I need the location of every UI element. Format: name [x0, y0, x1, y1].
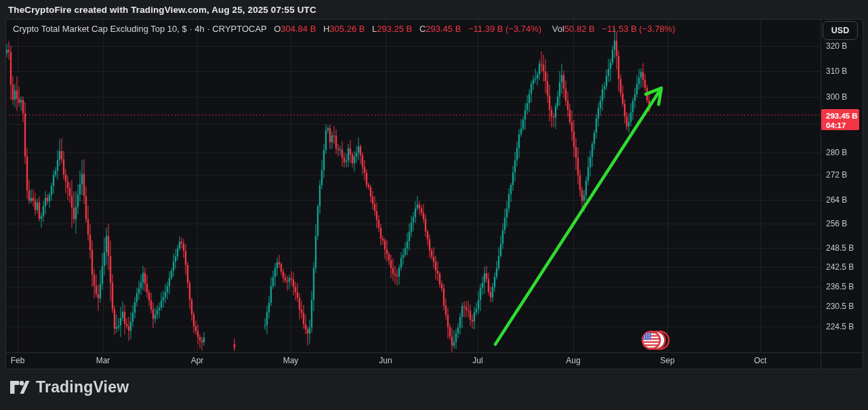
- legend-high-value: 305.26 B: [329, 24, 365, 34]
- price-tick-label: 280 B: [826, 148, 847, 157]
- time-tick-label: Feb: [11, 356, 25, 365]
- price-tick-label: 320 B: [826, 41, 847, 51]
- candlestick-chart[interactable]: [0, 0, 868, 410]
- attribution-bar: TheCryptoFire created with TradingView.c…: [0, 0, 868, 19]
- tradingview-logo[interactable]: TradingView: [9, 378, 129, 396]
- tradingview-screenshot: TheCryptoFire created with TradingView.c…: [0, 0, 868, 410]
- legend-open-label: O: [274, 24, 281, 34]
- price-tick-label: 230.5 B: [826, 302, 854, 311]
- price-tick-label: 242.5 B: [826, 262, 854, 272]
- price-tick-label: 272 B: [826, 170, 847, 180]
- us-flag-sticker[interactable]: [638, 329, 669, 352]
- time-tick-label: Jun: [379, 356, 392, 365]
- legend-low-value: 293.25 B: [377, 24, 412, 34]
- tradingview-logo-text: TradingView: [36, 378, 129, 396]
- time-tick-label: Aug: [566, 356, 580, 365]
- price-tick-label: 248.5 B: [826, 243, 854, 253]
- price-tick-label: 300 B: [826, 92, 847, 102]
- legend-title: Crypto Total Market Cap Excluding Top 10…: [13, 24, 267, 34]
- time-tick-label: Mar: [96, 356, 110, 365]
- legend-change-value: −11.39 B (−3.74%): [468, 24, 541, 34]
- time-tick-label: May: [283, 356, 299, 365]
- legend-close-label: C: [419, 24, 426, 34]
- price-axis[interactable]: 320 B310 B300 B280 B272 B264 B256 B248.5…: [821, 19, 863, 352]
- time-tick-label: Apr: [191, 356, 204, 365]
- legend-volume-change: −11.53 B (−3.78%): [602, 24, 675, 34]
- time-tick-label: Jul: [472, 356, 482, 365]
- legend-volume-label: Vol: [552, 24, 564, 34]
- legend-close-value: 293.45 B: [426, 24, 461, 34]
- tradingview-logo-icon: [9, 380, 30, 396]
- price-tick-label: 256 B: [826, 219, 847, 228]
- chart-legend[interactable]: Crypto Total Market Cap Excluding Top 10…: [13, 24, 675, 34]
- attribution-text: TheCryptoFire created with TradingView.c…: [8, 5, 316, 15]
- price-tick-label: 236.5 B: [826, 282, 854, 291]
- us-flag-icon: [642, 331, 660, 349]
- legend-volume-value: 50.82 B: [564, 24, 595, 34]
- time-tick-label: Oct: [754, 356, 767, 365]
- legend-high-label: H: [323, 24, 329, 34]
- price-tick-label: 310 B: [826, 66, 847, 76]
- time-axis[interactable]: FebMarAprMayJunJulAugSepOct: [5, 352, 821, 369]
- legend-open-value: 304.84 B: [281, 24, 316, 34]
- time-tick-label: Sep: [660, 356, 674, 365]
- price-tick-label: 224.5 B: [826, 322, 854, 331]
- price-tick-label: 264 B: [826, 195, 847, 205]
